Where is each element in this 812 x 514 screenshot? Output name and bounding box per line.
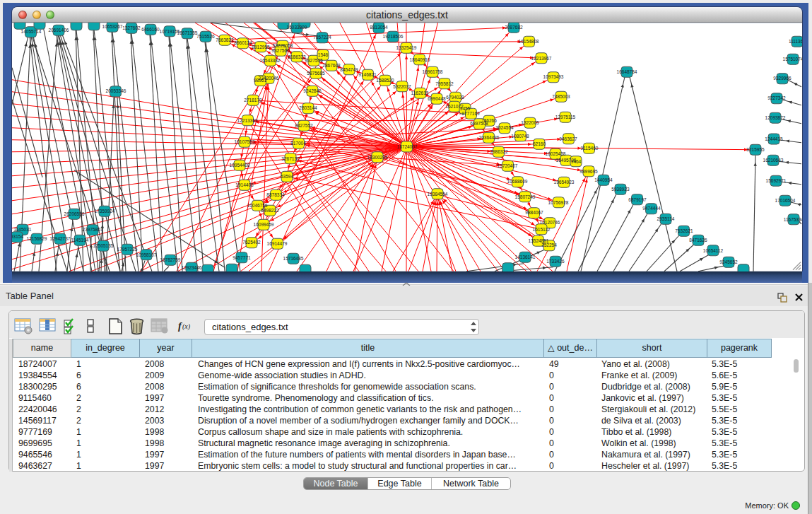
svg-text:9457771: 9457771 (233, 255, 251, 259)
svg-text:19384554: 19384554 (428, 191, 448, 196)
svg-text:1327602: 1327602 (122, 25, 141, 30)
svg-text:1440954: 1440954 (594, 177, 613, 182)
svg-text:2867608: 2867608 (322, 62, 341, 67)
svg-text:16961758: 16961758 (423, 69, 443, 74)
svg-text:19654923: 19654923 (554, 179, 575, 184)
svg-text:9115460: 9115460 (581, 145, 599, 150)
svg-text:6794028: 6794028 (446, 94, 464, 99)
svg-text:10046756: 10046756 (247, 202, 268, 207)
svg-text:16648784: 16648784 (617, 69, 637, 74)
svg-text:3024554: 3024554 (495, 124, 514, 129)
svg-text:9227342: 9227342 (767, 95, 786, 100)
svg-text:8215955: 8215955 (746, 146, 765, 151)
svg-text:15716485: 15716485 (283, 255, 304, 260)
svg-text:17016504: 17016504 (775, 197, 796, 202)
svg-text:8878334: 8878334 (266, 192, 285, 197)
svg-text:7955812: 7955812 (435, 81, 454, 86)
svg-text:1546: 1546 (318, 52, 329, 57)
svg-text:9327505: 9327505 (305, 57, 323, 62)
svg-text:9329966: 9329966 (773, 75, 792, 80)
svg-text:10120746: 10120746 (540, 219, 560, 224)
svg-text:8813054: 8813054 (370, 24, 388, 29)
svg-text:1162615: 1162615 (411, 90, 429, 95)
svg-text:98961: 98961 (254, 77, 266, 82)
svg-text:10688609: 10688609 (507, 178, 528, 183)
svg-text:12093872: 12093872 (765, 115, 786, 119)
svg-text:6897508: 6897508 (470, 120, 488, 125)
svg-text:20053346: 20053346 (106, 88, 126, 93)
svg-text:7515526: 7515526 (196, 33, 215, 38)
svg-text:8427552: 8427552 (295, 122, 313, 127)
svg-text:12942737: 12942737 (50, 235, 71, 240)
svg-text:2718170: 2718170 (244, 97, 262, 102)
svg-text:10954408: 10954408 (230, 162, 250, 167)
svg-text:16210643: 16210643 (763, 157, 784, 162)
svg-text:10654112: 10654112 (703, 247, 724, 252)
svg-text:18724007: 18724007 (397, 144, 418, 148)
svg-text:12213967: 12213967 (531, 55, 552, 60)
svg-text:16033809: 16033809 (287, 24, 307, 29)
svg-text:62160: 62160 (533, 141, 546, 146)
svg-text:8454749: 8454749 (340, 66, 358, 71)
svg-text:2935114: 2935114 (657, 216, 675, 221)
svg-text:1588520: 1588520 (376, 77, 394, 82)
svg-text:5322037: 5322037 (393, 83, 411, 88)
svg-text:3267130: 3267130 (281, 156, 300, 160)
svg-text:9146821: 9146821 (358, 71, 377, 76)
svg-text:12923446: 12923446 (182, 264, 202, 269)
svg-text:7485003: 7485003 (552, 93, 570, 98)
svg-text:16543382: 16543382 (260, 57, 281, 62)
svg-text:8186323: 8186323 (288, 54, 306, 59)
svg-text:9327500: 9327500 (271, 47, 290, 52)
svg-text:6879197: 6879197 (628, 197, 647, 201)
svg-text:12975115: 12975115 (555, 114, 576, 119)
svg-text:9884067: 9884067 (525, 209, 543, 214)
svg-text:9777169: 9777169 (461, 110, 480, 115)
svg-text:5938923: 5938923 (611, 186, 630, 191)
svg-text:10653267: 10653267 (102, 23, 123, 28)
svg-text:17359924: 17359924 (95, 208, 115, 213)
svg-text:16914479: 16914479 (267, 240, 288, 245)
svg-text:817004: 817004 (290, 140, 306, 145)
svg-text:11675334: 11675334 (784, 216, 802, 221)
svg-text:14136141: 14136141 (515, 254, 536, 259)
svg-text:26206556: 26206556 (64, 211, 85, 216)
svg-text:(x): (x) (182, 322, 191, 331)
svg-text:20364436: 20364436 (479, 134, 500, 139)
svg-text:9463627: 9463627 (559, 136, 577, 141)
svg-text:19218506: 19218506 (383, 33, 404, 38)
svg-text:12156829: 12156829 (27, 235, 47, 240)
svg-text:9474444: 9474444 (642, 205, 661, 210)
svg-text:7663822: 7663822 (216, 37, 234, 42)
svg-text:252254: 252254 (541, 242, 557, 247)
svg-text:6990448: 6990448 (428, 95, 446, 100)
svg-text:23975867: 23975867 (83, 226, 103, 231)
svg-text:1080748: 1080748 (511, 133, 529, 138)
svg-text:9245652: 9245652 (719, 259, 738, 264)
svg-text:10973493: 10973493 (543, 74, 564, 78)
svg-text:5498222: 5498222 (261, 207, 279, 212)
svg-text:15807249: 15807249 (515, 194, 536, 199)
svg-text:1145194: 1145194 (71, 237, 89, 242)
svg-text:9899695: 9899695 (579, 168, 598, 173)
svg-text:53226058: 53226058 (273, 42, 293, 47)
svg-text:12213369: 12213369 (237, 117, 258, 122)
svg-text:1615112: 1615112 (533, 226, 551, 231)
svg-text:1111364: 1111364 (789, 38, 802, 43)
svg-text:17957225: 17957225 (117, 246, 138, 251)
svg-text:2803144: 2803144 (299, 105, 317, 110)
svg-text:20691406: 20691406 (49, 27, 69, 32)
svg-text:10107553: 10107553 (235, 139, 255, 144)
svg-text:7857224: 7857224 (313, 34, 331, 39)
svg-text:15692971: 15692971 (766, 177, 787, 182)
svg-text:9242845: 9242845 (303, 88, 322, 93)
svg-text:1145031: 1145031 (14, 226, 32, 231)
svg-text:8960124: 8960124 (234, 40, 252, 45)
svg-text:16671355: 16671355 (177, 30, 198, 35)
svg-text:7625402: 7625402 (242, 239, 261, 244)
svg-text:16782759: 16782759 (160, 257, 181, 262)
svg-text:14055714: 14055714 (21, 28, 42, 33)
svg-text:6466160: 6466160 (141, 26, 160, 31)
svg-text:5875685: 5875685 (307, 70, 325, 75)
svg-text:1244415: 1244415 (765, 136, 783, 141)
